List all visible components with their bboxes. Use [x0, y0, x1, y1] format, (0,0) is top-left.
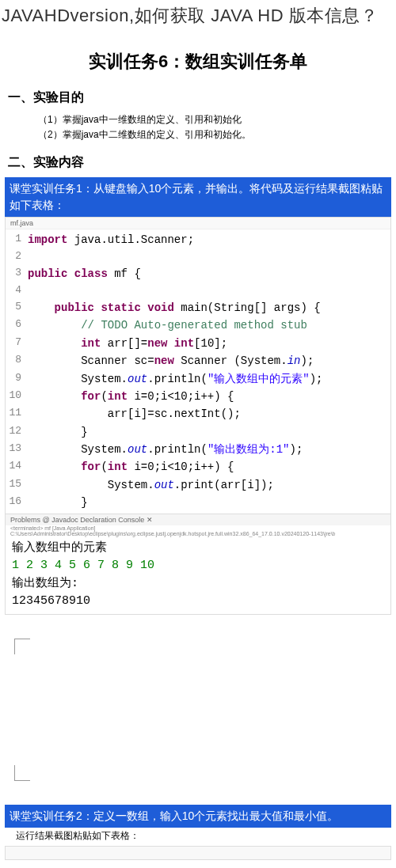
code-editor: 1import java.util.Scanner;23public class…: [6, 229, 390, 514]
line-content: [28, 282, 390, 299]
line-number: 10: [6, 388, 28, 405]
line-number: 11: [6, 405, 28, 423]
code-line: 11 arr[i]=sc.nextInt();: [6, 405, 390, 423]
task-2-image-placeholder: [5, 846, 391, 860]
line-content: [28, 248, 390, 265]
code-line: 7 int arr[]=new int[10];: [6, 335, 390, 352]
line-number: 2: [6, 248, 28, 265]
code-line: 14 for(int i=0;i<10;i++) {: [6, 458, 390, 476]
line-content: import java.util.Scanner;: [28, 231, 390, 248]
line-content: System.out.print(arr[i]);: [28, 476, 390, 494]
section-1-item: （1）掌握java中一维数组的定义、引用和初始化: [38, 112, 396, 127]
line-content: }: [28, 494, 390, 511]
console-output: 输入数组中的元素1 2 3 4 5 6 7 8 9 10输出数组为:123456…: [6, 536, 390, 614]
code-line: 16 }: [6, 494, 390, 511]
line-number: 13: [6, 441, 28, 458]
line-number: 5: [6, 299, 28, 316]
main-title: 实训任务6：数组实训任务单: [0, 50, 396, 74]
section-1-list: （1）掌握java中一维数组的定义、引用和初始化 （2）掌握java中二维数组的…: [38, 112, 396, 142]
page-break: [0, 615, 396, 805]
code-line: 5 public static void main(String[] args)…: [6, 299, 390, 316]
line-content: Scanner sc=new Scanner (System.in);: [28, 352, 390, 370]
console-line: 输入数组中的元素: [12, 540, 384, 558]
console-tabs: Problems @ Javadoc Declaration Console ✕: [6, 514, 390, 525]
task-1-header: 课堂实训任务1：从键盘输入10个元素，并输出。将代码及运行结果截图粘贴如下表格：: [5, 177, 391, 217]
line-content: int arr[]=new int[10];: [28, 335, 390, 352]
console-line: 12345678910: [12, 593, 384, 611]
line-number: 15: [6, 476, 28, 494]
line-number: 1: [6, 231, 28, 248]
line-number: 3: [6, 265, 28, 282]
line-number: 4: [6, 282, 28, 299]
task-2-note: 运行结果截图粘贴如下表格：: [16, 829, 380, 843]
console-line: 输出数组为:: [12, 575, 384, 593]
code-line: 9 System.out.println("输入数组中的元素");: [6, 370, 390, 388]
line-number: 12: [6, 423, 28, 441]
code-file-tab: mf.java: [6, 218, 390, 229]
section-2-heading: 二、实验内容: [8, 154, 388, 171]
line-number: 9: [6, 370, 28, 388]
console-meta: <terminated> mf [Java Application] C:\Us…: [6, 525, 390, 536]
page-corner-icon: [14, 765, 30, 781]
code-line: 15 System.out.print(arr[i]);: [6, 476, 390, 494]
code-line: 1import java.util.Scanner;: [6, 231, 390, 248]
code-line: 2: [6, 248, 390, 265]
line-content: System.out.println("输出数组为:1");: [28, 441, 390, 458]
line-content: System.out.println("输入数组中的元素");: [28, 370, 390, 388]
code-line: 10 for(int i=0;i<10;i++) {: [6, 388, 390, 405]
line-number: 6: [6, 316, 28, 334]
line-content: arr[i]=sc.nextInt();: [28, 405, 390, 423]
code-line: 13 System.out.println("输出数组为:1");: [6, 441, 390, 458]
code-line: 3public class mf {: [6, 265, 390, 282]
page-top-question: JAVAHDversion,如何获取 JAVA HD 版本信息？: [0, 0, 396, 31]
section-1-heading: 一、实验目的: [8, 89, 388, 106]
line-content: for(int i=0;i<10;i++) {: [28, 388, 390, 405]
line-content: for(int i=0;i<10;i++) {: [28, 458, 390, 476]
console-line: 1 2 3 4 5 6 7 8 9 10: [12, 557, 384, 575]
code-line: 8 Scanner sc=new Scanner (System.in);: [6, 352, 390, 370]
code-container: mf.java 1import java.util.Scanner;23publ…: [5, 217, 391, 615]
line-content: }: [28, 423, 390, 441]
line-number: 16: [6, 494, 28, 511]
task-2-header: 课堂实训任务2：定义一数组，输入10个元素找出最大值和最小值。: [5, 805, 391, 828]
page-corner-icon: [14, 639, 30, 654]
code-line: 4: [6, 282, 390, 299]
line-content: // TODO Auto-generated method stub: [28, 316, 390, 334]
line-content: public class mf {: [28, 265, 390, 282]
line-number: 8: [6, 352, 28, 370]
line-number: 14: [6, 458, 28, 476]
code-line: 6 // TODO Auto-generated method stub: [6, 316, 390, 334]
section-1-item: （2）掌握java中二维数组的定义、引用和初始化。: [38, 127, 396, 142]
line-number: 7: [6, 335, 28, 352]
code-line: 12 }: [6, 423, 390, 441]
line-content: public static void main(String[] args) {: [28, 299, 390, 316]
